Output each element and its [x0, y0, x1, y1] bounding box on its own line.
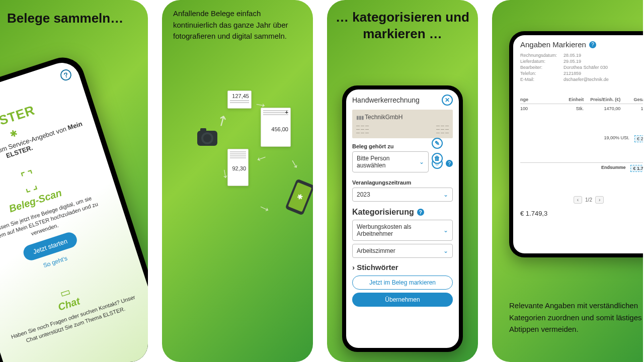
- receipt-preview: ▮▮▮TechnikGmbH — — —— — —— — —— — —— — —…: [352, 110, 453, 138]
- mark-title: Angaben Markieren ?: [520, 40, 643, 49]
- period-select[interactable]: 2023 ⌄: [352, 188, 453, 202]
- th: nge: [520, 97, 547, 102]
- kv-key: Bearbeiter:: [520, 65, 558, 70]
- help-icon[interactable]: ?: [417, 209, 424, 216]
- help-icon[interactable]: ?: [446, 160, 453, 167]
- arrow-icon: →: [216, 165, 234, 182]
- close-icon[interactable]: ✕: [442, 95, 453, 106]
- kv-key: E-Mail:: [520, 77, 558, 82]
- plus-icon: +: [285, 109, 288, 115]
- category1-select[interactable]: Werbungskosten als Arbeitnehmer ⌄: [352, 220, 453, 241]
- th: Einheit: [550, 97, 584, 102]
- headline-3: … kategorisieren und markieren …: [327, 0, 478, 42]
- categorization-section: Kategorisierung ?: [352, 208, 453, 217]
- panel-mark: Angaben Markieren ? Rechnungsdatum:28.05…: [492, 0, 643, 362]
- phone-mock-3: Handwerkerrechnung ✕ ▮▮▮TechnikGmbH — — …: [342, 85, 463, 352]
- pager-text: 1/2: [585, 197, 592, 203]
- vat-value[interactable]: € 279,30: [634, 135, 643, 142]
- chevron-down-icon: ⌄: [443, 191, 448, 198]
- phone-mini-icon: ✱: [285, 178, 313, 216]
- td: 1470,00: [587, 106, 620, 111]
- arrow-icon: ↗: [213, 111, 231, 131]
- edit-icon[interactable]: ✎: [432, 138, 443, 149]
- mark-button[interactable]: Jetzt im Beleg markieren: [352, 276, 453, 290]
- person-select[interactable]: Bitte Person auswählen ⌄: [352, 151, 429, 172]
- vat-label: 19,00% USt.: [604, 135, 629, 142]
- td: 1470,00: [623, 106, 643, 111]
- panel-collect: Belege sammeln… ≡ ? ELSTER ✱ Die Ergänzu…: [0, 0, 148, 362]
- pager-prev[interactable]: ‹: [574, 196, 582, 204]
- invoice-meta: Rechnungsdatum:28.05.19 Lieferdatum:29.0…: [520, 53, 643, 82]
- panel-categorize: … kategorisieren und markieren … Handwer…: [327, 0, 478, 362]
- help-icon[interactable]: ?: [59, 68, 73, 82]
- kv-key: Rechnungsdatum:: [520, 53, 558, 58]
- kv-val: 28.05.19: [564, 53, 581, 58]
- invoice-table-head: nge Einheit Preis/Einh. (€) Gesamt (€): [520, 97, 643, 104]
- vat-row: 19,00% USt. € 279,30: [520, 133, 643, 142]
- sum-value[interactable]: € 1.749,30: [630, 165, 643, 172]
- headline-1: Belege sammeln…: [0, 0, 148, 27]
- category1-value: Werbungskosten als Arbeitnehmer: [357, 223, 443, 237]
- category2-value: Arbeitszimmer: [357, 247, 395, 254]
- phone3-screen: Handwerkerrechnung ✕ ▮▮▮TechnikGmbH — — …: [346, 89, 459, 348]
- delete-icon[interactable]: 🗑: [432, 153, 443, 164]
- th: Gesamt (€): [623, 97, 643, 102]
- illustration-canvas: 127,45 + 456,00 92,30 ✱ ↗ → → → → →: [162, 0, 313, 362]
- description-4: Relevante Angaben mit verständlichen Kat…: [509, 300, 643, 335]
- camera-icon: [197, 131, 217, 146]
- dialog-title: Handwerkerrechnung: [352, 96, 420, 104]
- arrow-icon: →: [252, 96, 269, 114]
- panel-photograph: Anfallende Belege einfach kontinuierlich…: [162, 0, 313, 362]
- receipt-small-1: 127,45: [227, 90, 252, 109]
- phone-mock-4: Angaben Markieren ? Rechnungsdatum:28.05…: [509, 31, 643, 257]
- kv-key: Lieferdatum:: [520, 59, 558, 64]
- kv-val: Dorothea Schäfer 030: [564, 65, 608, 70]
- phone1-screen: ≡ ? ELSTER ✱ Die Ergänzung zum Service-A…: [0, 58, 148, 362]
- chevron-down-icon: ⌄: [419, 158, 424, 165]
- apply-button[interactable]: Übernehmen: [352, 293, 453, 307]
- kv-val: 2121859: [564, 71, 581, 76]
- kv-key: Telefon:: [520, 71, 558, 76]
- arrow-icon: →: [252, 149, 271, 169]
- sum-row: Endsumme € 1.749,30: [520, 162, 643, 172]
- th: Preis/Einh. (€): [587, 97, 620, 102]
- selected-amount: € 1.749,3: [520, 210, 643, 217]
- category2-select[interactable]: Arbeitszimmer ⌄: [352, 244, 453, 258]
- categorization-title: Kategorisierung: [352, 208, 414, 217]
- mark-title-text: Angaben Markieren: [520, 40, 586, 49]
- receipt-amount-2: 456,00: [263, 126, 288, 132]
- sum-label: Endsumme: [601, 165, 626, 172]
- invoice-row: 100 Stk. 1470,00 1470,00: [520, 104, 643, 113]
- period-label: Veranlagungszeitraum: [352, 179, 453, 186]
- td: Stk.: [550, 106, 584, 111]
- pager: ‹ 1/2 ›: [520, 196, 643, 204]
- kv-val: 29.05.19: [564, 59, 581, 64]
- pager-next[interactable]: ›: [595, 196, 604, 204]
- td: 100: [520, 106, 547, 111]
- keywords-section[interactable]: Stichwörter: [352, 263, 453, 272]
- kv-val: dschaefer@technik.de: [564, 77, 609, 82]
- receipt-amount-1: 127,45: [230, 93, 249, 99]
- chevron-down-icon: ⌄: [443, 247, 448, 254]
- receipt-company: TechnikGmbH: [365, 114, 403, 121]
- phone-mock-1: ≡ ? ELSTER ✱ Die Ergänzung zum Service-A…: [0, 52, 148, 362]
- arrow-icon: →: [255, 198, 275, 219]
- help-icon[interactable]: ?: [589, 41, 596, 48]
- person-select-value: Bitte Person auswählen: [357, 155, 419, 169]
- chevron-down-icon: ⌄: [443, 227, 448, 234]
- arrow-icon: →: [284, 154, 305, 174]
- period-select-value: 2023: [357, 191, 370, 198]
